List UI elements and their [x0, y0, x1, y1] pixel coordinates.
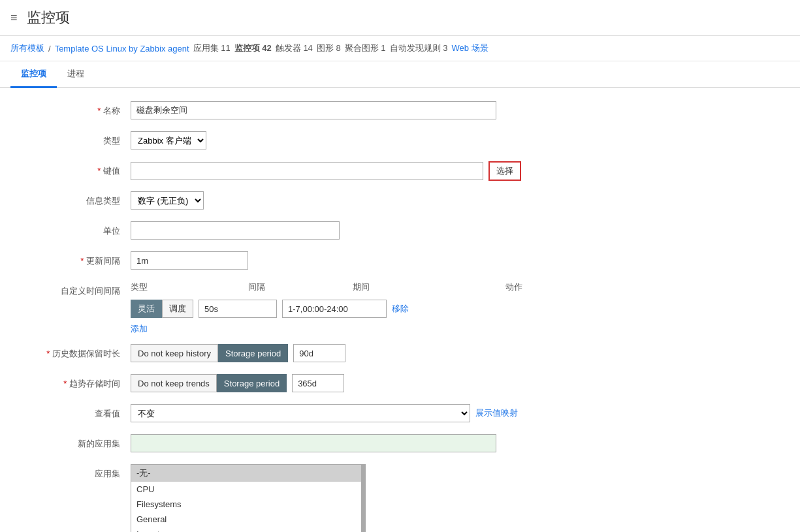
interval-label: 更新间隔 [26, 251, 131, 267]
app-list-item[interactable]: Filesystems [131, 497, 361, 512]
history-row: 历史数据保留时长 Do not keep history Storage per… [26, 344, 601, 365]
ci-header: 类型 间隔 期间 动作 [131, 281, 522, 293]
new-app-label: 新的应用集 [26, 434, 131, 450]
breadcrumb-app[interactable]: 应用集 11 [193, 42, 231, 54]
infotype-label: 信息类型 [26, 191, 131, 207]
breadcrumb-graph[interactable]: 图形 8 [317, 42, 341, 54]
interval-input[interactable] [131, 251, 248, 270]
ci-type-toggle: 灵活 调度 [131, 300, 193, 318]
trends-input[interactable] [292, 374, 344, 392]
tab-item[interactable]: 监控项 [10, 61, 57, 88]
ci-header-action: 动作 [483, 281, 522, 293]
new-app-content [131, 434, 601, 452]
name-content [131, 101, 601, 119]
ci-period-input[interactable] [282, 300, 387, 318]
app-list-item[interactable]: General [131, 512, 361, 527]
keyval-content: 选择 [131, 161, 601, 181]
breadcrumb-sep1: / [48, 44, 51, 54]
ci-data-row: 灵活 调度 移除 [131, 300, 409, 318]
tab-process[interactable]: 进程 [57, 61, 95, 88]
type-label: 类型 [26, 131, 131, 147]
show-mapping-link[interactable]: 展示值映射 [475, 407, 518, 419]
interval-content [131, 251, 601, 270]
history-label: 历史数据保留时长 [26, 344, 131, 360]
history-group: Do not keep history Storage period [131, 344, 288, 362]
unit-label: 单位 [26, 221, 131, 237]
breadcrumb: 所有模板 / Template OS Linux by Zabbix agent… [0, 36, 800, 61]
show-value-label: 查看值 [26, 404, 131, 420]
ci-header-type: 类型 [131, 281, 183, 293]
app-content: -无- CPU Filesystems General Inventory [131, 464, 601, 532]
keyval-select-button[interactable]: 选择 [488, 161, 521, 181]
breadcrumb-template[interactable]: Template OS Linux by Zabbix agent [55, 44, 189, 54]
infotype-row: 信息类型 数字 (无正负) 浮点数 字符 日志 文本 [26, 191, 601, 212]
app-list-scroll[interactable]: -无- CPU Filesystems General Inventory [131, 465, 365, 532]
custom-interval-content: 类型 间隔 期间 动作 灵活 调度 移除 添加 [131, 281, 601, 335]
unit-content [131, 221, 601, 240]
history-btn-no-keep[interactable]: Do not keep history [131, 344, 218, 362]
infotype-select[interactable]: 数字 (无正负) 浮点数 字符 日志 文本 [131, 191, 204, 210]
show-value-select[interactable]: 不变 布尔值 八进制 十六进制 [131, 404, 470, 422]
form-container: 名称 类型 Zabbix 客户端 SNMP v1 SNMP v2 内部 外部 键… [0, 88, 627, 532]
breadcrumb-web[interactable]: Web 场景 [451, 42, 488, 54]
app-row: 应用集 -无- CPU Filesystems General Inventor… [26, 464, 601, 532]
name-input[interactable] [131, 101, 496, 119]
breadcrumb-all-templates[interactable]: 所有模板 [10, 42, 44, 54]
history-input[interactable] [293, 344, 345, 362]
app-list-item[interactable]: -无- [131, 465, 361, 482]
app-label: 应用集 [26, 464, 131, 480]
breadcrumb-discover[interactable]: 自动发现规则 3 [390, 42, 448, 54]
history-btn-storage-period[interactable]: Storage period [218, 344, 288, 362]
ci-add-link[interactable]: 添加 [131, 323, 148, 335]
keyval-row: 键值 选择 [26, 161, 601, 182]
keyval-input[interactable] [131, 162, 483, 180]
breadcrumb-trigger[interactable]: 触发器 14 [276, 42, 313, 54]
show-value-row: 查看值 不变 布尔值 八进制 十六进制 展示值映射 [26, 404, 601, 425]
ci-header-period: 期间 [353, 281, 483, 293]
app-list-box: -无- CPU Filesystems General Inventory [131, 464, 366, 532]
tabs-bar: 监控项 进程 [0, 61, 800, 88]
ci-toggle-flexible[interactable]: 灵活 [131, 300, 162, 318]
top-bar: ≡ 监控项 [0, 0, 800, 36]
interval-row: 更新间隔 [26, 251, 601, 272]
custom-interval-label: 自定义时间间隔 [26, 281, 131, 297]
infotype-content: 数字 (无正负) 浮点数 字符 日志 文本 [131, 191, 601, 210]
type-row: 类型 Zabbix 客户端 SNMP v1 SNMP v2 内部 外部 [26, 131, 601, 152]
hamburger-icon[interactable]: ≡ [10, 11, 18, 25]
ci-remove-link[interactable]: 移除 [392, 303, 409, 315]
app-list-item[interactable]: CPU [131, 482, 361, 497]
trends-row: 趋势存储时间 Do not keep trends Storage period [26, 374, 601, 395]
unit-input[interactable] [131, 221, 340, 240]
name-label: 名称 [26, 101, 131, 117]
name-row: 名称 [26, 101, 601, 122]
ci-interval-input[interactable] [199, 300, 277, 318]
custom-interval-row: 自定义时间间隔 类型 间隔 期间 动作 灵活 调度 移除 添加 [26, 281, 601, 335]
show-value-content: 不变 布尔值 八进制 十六进制 展示值映射 [131, 404, 601, 422]
unit-row: 单位 [26, 221, 601, 242]
type-select[interactable]: Zabbix 客户端 SNMP v1 SNMP v2 内部 外部 [131, 131, 206, 149]
trends-group: Do not keep trends Storage period [131, 374, 287, 392]
new-app-row: 新的应用集 [26, 434, 601, 455]
new-app-input[interactable] [131, 434, 496, 452]
history-content: Do not keep history Storage period [131, 344, 601, 362]
trends-content: Do not keep trends Storage period [131, 374, 601, 392]
trends-btn-no-keep[interactable]: Do not keep trends [131, 374, 217, 392]
breadcrumb-agg[interactable]: 聚合图形 1 [345, 42, 386, 54]
ci-toggle-scheduled[interactable]: 调度 [162, 300, 193, 318]
app-list-item[interactable]: Inventory [131, 527, 361, 532]
ci-header-interval: 间隔 [248, 281, 353, 293]
page-title: 监控项 [27, 8, 70, 27]
trends-label: 趋势存储时间 [26, 374, 131, 390]
breadcrumb-item[interactable]: 监控项 42 [234, 42, 272, 54]
trends-btn-storage-period[interactable]: Storage period [217, 374, 287, 392]
keyval-label: 键值 [26, 161, 131, 177]
type-content: Zabbix 客户端 SNMP v1 SNMP v2 内部 外部 [131, 131, 601, 149]
